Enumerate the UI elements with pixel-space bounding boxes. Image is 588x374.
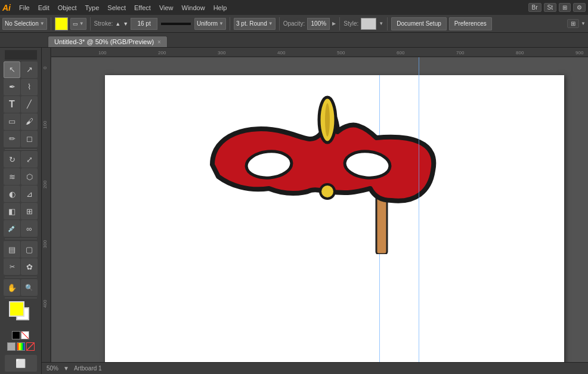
eyedropper-tool[interactable]: 💉 xyxy=(4,220,20,237)
fill-color-box[interactable] xyxy=(55,17,68,30)
tab-bar: Untitled-3* @ 50% (RGB/Preview) × xyxy=(0,33,588,48)
arrange-arrow[interactable]: ▼ xyxy=(581,21,586,26)
line-tool[interactable]: ╱ xyxy=(21,96,38,113)
stroke-type-select[interactable]: Uniform ▼ xyxy=(194,18,226,30)
menu-help[interactable]: Help xyxy=(210,3,231,13)
tool-separator-3 xyxy=(5,277,37,277)
gradient-mode-icon[interactable] xyxy=(17,342,25,351)
mesh-tool[interactable]: ⊞ xyxy=(21,203,38,220)
grid-button[interactable]: ⊞ xyxy=(559,3,571,12)
paintbrush-tool[interactable]: 🖌 xyxy=(21,113,38,130)
curvature-tool[interactable]: ⌇ xyxy=(21,79,38,95)
rectangle-tool[interactable]: ▭ xyxy=(4,113,20,130)
stroke-up-arrow[interactable]: ▲ xyxy=(115,21,120,27)
mesh-icon: ⊞ xyxy=(26,208,33,215)
mask-artwork xyxy=(200,87,439,254)
pen-tool[interactable]: ✒ xyxy=(4,79,20,95)
stock-button[interactable]: St xyxy=(544,3,556,12)
menu-select[interactable]: Select xyxy=(104,3,129,13)
opacity-input[interactable] xyxy=(307,18,330,30)
slice-tool[interactable]: ✂ xyxy=(4,258,20,275)
symbol-tool[interactable]: ✿ xyxy=(21,258,38,275)
opacity-arrow[interactable]: ▶ xyxy=(332,21,336,26)
stroke-weight-select[interactable]: 3 pt. Round ▼ xyxy=(234,18,276,30)
preferences-button[interactable]: Preferences xyxy=(449,17,492,30)
svg-text:200: 200 xyxy=(158,50,166,55)
screen-mode-icon: ⬜ xyxy=(16,358,26,368)
blend-tool[interactable]: ∞ xyxy=(21,220,38,237)
style-color-box[interactable] xyxy=(361,18,376,30)
menu-type[interactable]: Type xyxy=(82,3,103,13)
pen-icon: ✒ xyxy=(9,83,16,91)
scale-tool[interactable]: ⤢ xyxy=(21,151,38,168)
paintbrush-icon: 🖌 xyxy=(26,118,33,125)
hand-tool[interactable]: ✋ xyxy=(4,279,20,296)
zoom-tool[interactable]: 🔍 xyxy=(21,279,38,296)
menu-object[interactable]: Object xyxy=(54,3,81,13)
tab-close-button[interactable]: × xyxy=(157,39,161,45)
gradient-tool[interactable]: ◧ xyxy=(4,203,20,220)
stroke-down-arrow[interactable]: ▼ xyxy=(123,21,128,27)
tool-row-8: ◐ ⊿ xyxy=(4,186,38,202)
blend-icon: ∞ xyxy=(26,225,32,233)
chevron-down-icon: ▼ xyxy=(219,21,224,26)
none-mode-icon[interactable] xyxy=(7,342,16,351)
selection-dropdown[interactable]: No Selection ▼ xyxy=(2,18,47,30)
graph-tool[interactable]: ▤ xyxy=(4,241,20,258)
perspective-tool[interactable]: ⊿ xyxy=(21,186,38,202)
svg-text:700: 700 xyxy=(456,50,465,55)
eraser-tool[interactable]: ◻ xyxy=(21,131,38,147)
app-logo: Ai xyxy=(2,3,11,13)
slice-icon: ✂ xyxy=(10,264,15,270)
separator xyxy=(339,17,340,30)
canvas-area[interactable]: 0 100 200 300 400 500 600 700 800 900 0 … xyxy=(42,48,588,374)
shape-builder-icon: ◐ xyxy=(9,190,16,198)
menu-bar: Ai File Edit Object Type Select Effect V… xyxy=(0,0,588,15)
menu-view[interactable]: View xyxy=(156,3,177,13)
stroke-label: Stroke: xyxy=(94,20,113,27)
bridge-button[interactable]: Br xyxy=(528,3,541,12)
free-transform-tool[interactable]: ⬡ xyxy=(21,168,38,185)
separator xyxy=(90,17,91,30)
opacity-label: Opacity: xyxy=(283,20,305,27)
selection-tool[interactable]: ↖ xyxy=(4,61,20,78)
tool-row-6: ↻ ⤢ xyxy=(4,151,38,168)
rotate-tool[interactable]: ↻ xyxy=(4,151,20,168)
pattern-icon[interactable] xyxy=(26,342,35,351)
horizontal-ruler: 0 100 200 300 400 500 600 700 800 900 xyxy=(42,48,588,57)
ruler-corner xyxy=(5,50,37,60)
zoom-icon: 🔍 xyxy=(25,285,33,291)
hand-icon: ✋ xyxy=(7,284,17,292)
stroke-size-input[interactable] xyxy=(131,18,157,30)
fill-mode-select[interactable]: ▭ ▼ xyxy=(70,18,86,30)
curvature-icon: ⌇ xyxy=(27,83,31,91)
menu-effect[interactable]: Effect xyxy=(131,3,154,13)
main-area: ↖ ↗ ✒ ⌇ T ╱ ▭ 🖌 xyxy=(0,48,588,374)
change-screen-mode[interactable]: ⬜ xyxy=(5,355,37,372)
document-tab[interactable]: Untitled-3* @ 50% (RGB/Preview) × xyxy=(48,36,168,47)
default-colors-icon[interactable] xyxy=(12,331,20,339)
type-tool[interactable]: T xyxy=(4,96,20,113)
tool-separator-1 xyxy=(5,149,37,150)
menu-edit[interactable]: Edit xyxy=(35,3,53,13)
extra-button[interactable]: ⚙ xyxy=(573,3,586,12)
separator xyxy=(51,17,51,30)
arrange-button[interactable]: ⊞ xyxy=(567,19,579,28)
warp-tool[interactable]: ≋ xyxy=(4,168,20,185)
menu-window[interactable]: Window xyxy=(178,3,209,13)
document-setup-button[interactable]: Document Setup xyxy=(391,17,447,30)
menu-file[interactable]: File xyxy=(16,3,33,13)
no-color-icon[interactable] xyxy=(21,331,29,339)
selection-icon: ↖ xyxy=(9,66,16,73)
tool-row-4: ▭ 🖌 xyxy=(4,113,38,130)
direct-selection-tool[interactable]: ↗ xyxy=(21,61,38,78)
artboard-tool[interactable]: ▢ xyxy=(21,241,38,258)
style-arrow[interactable]: ▼ xyxy=(379,21,383,26)
tool-row-7: ≋ ⬡ xyxy=(4,168,38,185)
stroke-line-preview xyxy=(161,23,191,25)
pencil-tool[interactable]: ✏ xyxy=(4,131,20,147)
tool-row-12: ✂ ✿ xyxy=(4,258,38,275)
fill-swatch[interactable] xyxy=(9,301,24,317)
shape-builder-tool[interactable]: ◐ xyxy=(4,186,20,202)
tool-row-11: ▤ ▢ xyxy=(4,241,38,258)
